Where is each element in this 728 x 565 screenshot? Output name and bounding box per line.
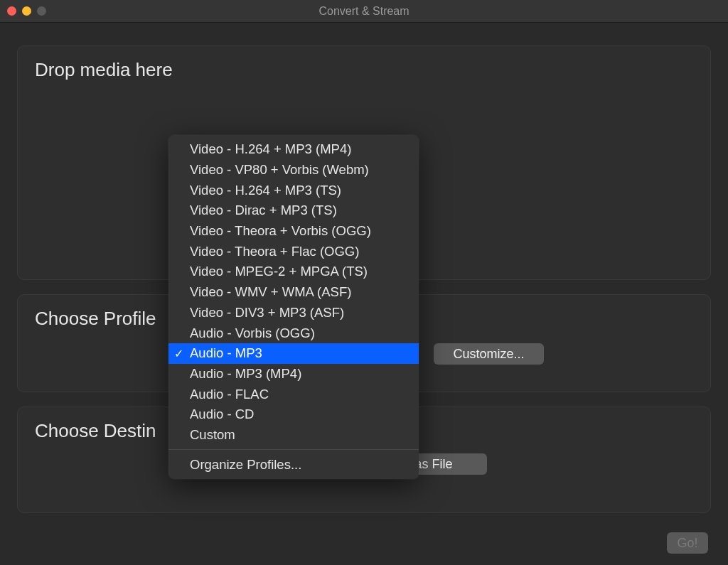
dropdown-separator xyxy=(168,449,419,450)
drop-media-title: Drop media here xyxy=(35,59,693,81)
profile-option[interactable]: Video - DIV3 + MP3 (ASF) xyxy=(168,303,419,323)
profile-option[interactable]: Audio - Vorbis (OGG) xyxy=(168,323,419,343)
go-button[interactable]: Go! xyxy=(667,532,708,554)
profile-option[interactable]: Video - WMV + WMA (ASF) xyxy=(168,282,419,303)
minimize-window-button[interactable] xyxy=(22,6,31,16)
profile-option[interactable]: Video - Theora + Flac (OGG) xyxy=(168,241,419,262)
profile-dropdown-menu: Video - H.264 + MP3 (MP4) Video - VP80 +… xyxy=(168,135,419,479)
titlebar: Convert & Stream xyxy=(0,0,728,23)
organize-profiles-option[interactable]: Organize Profiles... xyxy=(168,454,419,475)
profile-option[interactable]: Custom xyxy=(168,425,419,446)
customize-button[interactable]: Customize... xyxy=(434,343,544,365)
profile-option-selected[interactable]: ✓Audio - MP3 xyxy=(168,343,419,364)
close-window-button[interactable] xyxy=(7,6,16,16)
profile-option[interactable]: Video - MPEG-2 + MPGA (TS) xyxy=(168,262,419,282)
profile-option[interactable]: Video - H.264 + MP3 (TS) xyxy=(168,180,419,200)
traffic-lights xyxy=(7,6,46,16)
profile-option[interactable]: Audio - FLAC xyxy=(168,384,419,404)
profile-option[interactable]: Video - Dirac + MP3 (TS) xyxy=(168,200,419,221)
profile-option[interactable]: Video - Theora + Vorbis (OGG) xyxy=(168,221,419,242)
check-icon: ✓ xyxy=(174,347,183,360)
profile-option[interactable]: Video - VP80 + Vorbis (Webm) xyxy=(168,160,419,181)
profile-option[interactable]: Audio - CD xyxy=(168,404,419,425)
window-title: Convert & Stream xyxy=(318,5,409,18)
profile-option[interactable]: Video - H.264 + MP3 (MP4) xyxy=(168,139,419,160)
profile-option[interactable]: Audio - MP3 (MP4) xyxy=(168,364,419,384)
zoom-window-button[interactable] xyxy=(37,6,46,16)
